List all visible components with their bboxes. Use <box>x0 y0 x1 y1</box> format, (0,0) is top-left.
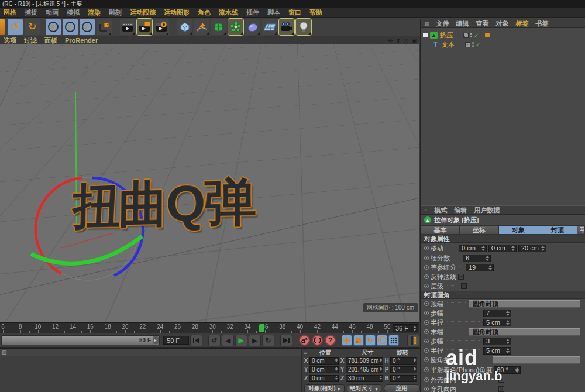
menu-plugins[interactable]: 插件 <box>246 8 259 17</box>
enable-check-icon[interactable]: ✓ <box>476 42 480 48</box>
range-frame-field[interactable]: 50 F <box>163 336 189 345</box>
anim-dot-icon[interactable] <box>424 301 429 306</box>
anim-dot-icon[interactable] <box>424 311 429 315</box>
position-x-field[interactable]: 0 cm <box>309 357 339 365</box>
goto-end-button[interactable] <box>280 335 292 346</box>
tag-icon[interactable] <box>485 33 490 37</box>
loop-forward-button[interactable]: ↻ <box>262 335 274 346</box>
om-menu-tags[interactable]: 标签 <box>516 19 529 28</box>
spline-pen-button[interactable] <box>194 19 209 35</box>
material-manager[interactable]: ▨ <box>0 348 301 392</box>
menu-motion-tracker[interactable]: 运动跟踪 <box>130 8 156 17</box>
hamburger-icon[interactable]: ≡ <box>424 207 427 213</box>
hamburger-icon[interactable]: ≡ <box>304 350 307 356</box>
redo-button[interactable]: ↻ <box>25 19 40 35</box>
record-position-toggle[interactable] <box>342 335 352 346</box>
volume-button[interactable] <box>245 19 260 35</box>
hull-inward-checkbox[interactable] <box>498 377 504 383</box>
anim-dot-icon[interactable] <box>424 387 429 391</box>
om-menu-objects[interactable]: 对象 <box>496 19 509 28</box>
position-z-field[interactable]: 0 cm <box>309 375 339 382</box>
object-row-extrude[interactable]: ▲ 挤压 ✓ <box>421 30 585 40</box>
layer-toggle-icon[interactable] <box>465 42 470 47</box>
viewport-menu-panel[interactable]: 面板 <box>44 36 57 45</box>
viewport-pan-icon[interactable]: ✛ <box>388 37 393 44</box>
rotation-p-field[interactable]: 0 ° <box>390 366 417 373</box>
size-y-field[interactable]: 201.465 cm <box>346 366 383 373</box>
am-menu-edit[interactable]: 编辑 <box>454 206 467 215</box>
end-cap-dropdown[interactable]: 圆角封顶 <box>469 328 580 336</box>
menu-simulate[interactable]: 模拟 <box>67 8 80 17</box>
move-y-field[interactable]: 0 cm <box>488 245 517 252</box>
viewport-rotate-icon[interactable]: ◎ <box>404 37 409 44</box>
coordinate-system-button[interactable] <box>97 19 112 35</box>
menu-pipeline[interactable]: 流水线 <box>219 8 238 17</box>
end-steps-field[interactable]: 3 <box>483 338 511 345</box>
anim-dot-icon[interactable] <box>424 348 429 353</box>
panel-grid-icon[interactable]: ▦ <box>424 20 429 26</box>
om-menu-edit[interactable]: 编辑 <box>456 19 469 28</box>
top-cap-dropdown[interactable]: 圆角封顶 <box>469 300 580 308</box>
prev-key-button[interactable]: ◀ <box>222 335 234 346</box>
timeline-ruler[interactable]: 36 F 68101214161820222426283032343638404… <box>0 322 419 333</box>
viewport-menu-prorender[interactable]: ProRender <box>65 37 98 44</box>
floor-button[interactable] <box>262 19 277 35</box>
tab-basic[interactable]: 基本 <box>421 225 460 235</box>
keyframe-selection-button[interactable]: ? <box>325 335 336 346</box>
record-parameter-toggle[interactable]: P <box>377 335 387 346</box>
menu-window[interactable]: 窗口 <box>288 8 301 17</box>
tab-caps[interactable]: 封顶 <box>538 225 577 235</box>
object-label[interactable]: 文本 <box>442 40 455 49</box>
anim-dot-icon[interactable] <box>424 329 429 334</box>
am-menu-mode[interactable]: 模式 <box>434 206 447 215</box>
goto-start-button[interactable] <box>190 335 202 346</box>
object-label[interactable]: 挤压 <box>440 31 453 40</box>
viewport[interactable]: 选项 过滤 面板 ProRender ✛ ⇕ ◎ ▣ <box>0 36 419 322</box>
menu-sculpt[interactable]: 雕刻 <box>109 8 122 17</box>
anim-dot-icon[interactable] <box>424 339 429 343</box>
section-caps-fillet[interactable]: 封顶圆角 <box>421 291 585 299</box>
deformer-button[interactable] <box>228 19 243 35</box>
menu-help[interactable]: 帮助 <box>309 8 322 17</box>
enable-check-icon[interactable]: ✓ <box>474 32 479 39</box>
anim-dot-icon[interactable] <box>424 256 429 260</box>
anim-dot-icon[interactable] <box>424 357 429 362</box>
size-z-field[interactable]: 30 cm <box>346 375 383 382</box>
position-y-field[interactable]: 0 cm <box>309 366 339 373</box>
move-x-field[interactable]: 0 cm <box>459 245 487 252</box>
play-button[interactable]: ▶ <box>235 335 247 346</box>
am-menu-userdata[interactable]: 用户数据 <box>474 206 500 215</box>
visibility-dots-icon[interactable] <box>470 33 472 37</box>
camera-button[interactable] <box>279 19 294 35</box>
lock-x-button[interactable]: X <box>46 19 61 35</box>
apply-button[interactable]: 应用 <box>384 384 420 392</box>
lock-y-button[interactable]: Y <box>63 19 78 35</box>
lock-z-button[interactable]: Z <box>80 19 95 35</box>
playback-options-button[interactable] <box>407 335 419 346</box>
menu-character[interactable]: 角色 <box>198 8 211 17</box>
extruded-text-object[interactable]: 扭曲Q弹 <box>72 167 254 240</box>
anim-dot-icon[interactable] <box>424 274 429 279</box>
layer-toggle-icon[interactable] <box>463 33 469 38</box>
subdivision-field[interactable]: 6 <box>463 255 491 262</box>
tab-phong[interactable]: 平滑着色 <box>577 225 585 235</box>
viewport-zoom-icon[interactable]: ⇕ <box>395 37 400 44</box>
undo-button[interactable]: ↺ <box>8 19 23 35</box>
visibility-dots-icon[interactable] <box>472 42 474 47</box>
flip-normals-checkbox[interactable] <box>458 274 464 280</box>
fillet-type-dropdown[interactable] <box>493 356 580 364</box>
preview-range-slider[interactable]: 50 F ▸ <box>1 335 160 345</box>
loop-back-button[interactable]: ↺ <box>208 335 221 346</box>
menu-snap[interactable]: 捕捉 <box>25 8 37 17</box>
viewport-menu-options[interactable]: 选项 <box>4 36 16 45</box>
rotation-h-field[interactable]: 0 ° <box>390 357 417 365</box>
material-menu-icon[interactable]: ▨ <box>2 349 7 355</box>
anim-dot-icon[interactable] <box>424 265 429 270</box>
tab-object[interactable]: 对象 <box>499 225 538 235</box>
hierarchical-checkbox[interactable] <box>461 283 467 289</box>
hole-inward-checkbox[interactable] <box>498 386 504 392</box>
subdivision-surface-button[interactable] <box>211 19 226 35</box>
om-menu-bookmarks[interactable]: 书签 <box>536 19 549 28</box>
om-menu-view[interactable]: 查看 <box>476 19 489 28</box>
render-settings-button[interactable] <box>154 19 169 35</box>
